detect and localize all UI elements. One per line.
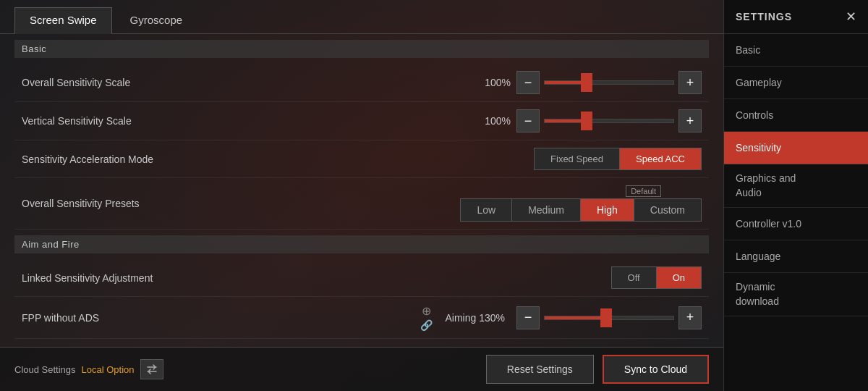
sidebar: SETTINGS ✕ Basic Gameplay Controls Sensi… [723, 0, 868, 391]
sidebar-title: SETTINGS [736, 11, 792, 22]
overall-sensitivity-row: Overall Sensitivity Scale 100% − + [14, 64, 709, 102]
fpp-label: FPP without ADS [22, 312, 239, 324]
aiming-label: Aiming 130% [446, 312, 506, 324]
default-badge: Default [626, 185, 661, 197]
vertical-percentage: 100% [478, 115, 511, 127]
tab-gyroscope[interactable]: Gyroscope [115, 7, 198, 33]
cloud-option-label: Local Option [82, 364, 135, 375]
vertical-increase-btn[interactable]: + [678, 109, 702, 133]
preset-btn-group: Low Medium High Custom [460, 198, 702, 222]
fixed-speed-btn[interactable]: Fixed Speed [535, 148, 620, 169]
sensitivity-presets-row: Overall Sensitivity Presets Default Low … [14, 178, 709, 230]
vertical-sensitivity-label: Vertical Sensitivity Scale [22, 115, 239, 127]
preset-custom-btn[interactable]: Custom [634, 199, 701, 221]
sensitivity-mode-label: Sensitivity Acceleration Mode [22, 154, 239, 165]
preset-low-btn[interactable]: Low [461, 199, 512, 221]
speed-acc-btn[interactable]: Speed ACC [620, 148, 701, 169]
sidebar-item-gameplay[interactable]: Gameplay [724, 67, 868, 99]
sidebar-item-sensitivity[interactable]: Sensitivity [724, 132, 868, 164]
content-body: Basic Overall Sensitivity Scale 100% − +… [0, 34, 723, 347]
overall-sensitivity-control: 100% − + [239, 71, 702, 94]
fpp-decrease-btn[interactable]: − [516, 306, 540, 329]
presets-container: Default Low Medium High Custom [460, 185, 702, 222]
sensitivity-presets-label: Overall Sensitivity Presets [22, 198, 239, 209]
sidebar-header: SETTINGS ✕ [724, 0, 868, 34]
sidebar-item-controls[interactable]: Controls [724, 99, 868, 132]
sidebar-item-controller[interactable]: Controller v1.0 [724, 208, 868, 240]
bottom-buttons: Reset Settings Sync to Cloud [486, 355, 709, 384]
sidebar-item-language[interactable]: Language [724, 240, 868, 273]
cloud-icon-button[interactable] [140, 359, 163, 379]
sidebar-item-dynamic-download[interactable]: Dynamicdownload [724, 273, 868, 316]
linked-off-btn[interactable]: Off [612, 267, 657, 288]
fpp-slider-track[interactable] [544, 316, 674, 320]
vertical-sensitivity-row: Vertical Sensitivity Scale 100% − + [14, 102, 709, 140]
linked-sensitivity-control: Off On [239, 266, 702, 289]
preset-high-btn[interactable]: High [581, 199, 634, 221]
fpp-increase-btn[interactable]: + [678, 306, 702, 329]
fpp-slider-container: − + [516, 306, 702, 329]
tab-screen-swipe[interactable]: Screen Swipe [14, 7, 112, 34]
vertical-slider-container: − + [516, 109, 702, 133]
cloud-settings: Cloud Settings Local Option [14, 359, 163, 379]
sync-to-cloud-button[interactable]: Sync to Cloud [603, 355, 709, 384]
close-button[interactable]: ✕ [846, 9, 856, 25]
linked-sensitivity-toggle: Off On [611, 266, 702, 289]
crosshair-icon: ⊕ [422, 304, 431, 318]
main-content: Screen Swipe Gyroscope Basic Overall Sen… [0, 0, 723, 391]
transfer-icon [146, 364, 158, 374]
fpp-row: FPP without ADS ⊕ 🔗 Aiming 130% − + [14, 297, 709, 339]
bottom-bar: Cloud Settings Local Option Reset Settin… [0, 347, 723, 391]
vertical-slider-track[interactable] [544, 119, 674, 123]
sensitivity-mode-control: Fixed Speed Speed ACC [239, 148, 702, 170]
overall-percentage: 100% [478, 77, 511, 88]
overall-slider-track[interactable] [544, 80, 674, 85]
cloud-settings-label: Cloud Settings [14, 364, 76, 375]
link-icon: 🔗 [420, 319, 433, 331]
sidebar-item-basic[interactable]: Basic [724, 34, 868, 67]
overall-increase-btn[interactable]: + [678, 71, 702, 94]
linked-on-btn[interactable]: On [657, 267, 701, 288]
preset-medium-btn[interactable]: Medium [512, 199, 581, 221]
overall-decrease-btn[interactable]: − [516, 71, 540, 94]
sidebar-item-graphics-audio[interactable]: Graphics andAudio [724, 164, 868, 208]
tabs-bar: Screen Swipe Gyroscope [0, 0, 723, 34]
overall-sensitivity-label: Overall Sensitivity Scale [22, 77, 239, 88]
vertical-decrease-btn[interactable]: − [516, 109, 540, 133]
sensitivity-mode-toggle: Fixed Speed Speed ACC [534, 148, 702, 170]
overall-slider-container: − + [516, 71, 702, 94]
sensitivity-mode-row: Sensitivity Acceleration Mode Fixed Spee… [14, 140, 709, 178]
section-aim: Aim and Fire [14, 235, 709, 253]
vertical-sensitivity-control: 100% − + [239, 109, 702, 133]
linked-sensitivity-row: Linked Sensitivity Adjustment Off On [14, 259, 709, 297]
sensitivity-presets-control: Default Low Medium High Custom [239, 185, 702, 222]
reset-settings-button[interactable]: Reset Settings [486, 355, 594, 384]
fpp-icons: ⊕ 🔗 [420, 304, 433, 331]
section-basic: Basic [14, 40, 709, 58]
linked-sensitivity-label: Linked Sensitivity Adjustment [22, 272, 239, 284]
